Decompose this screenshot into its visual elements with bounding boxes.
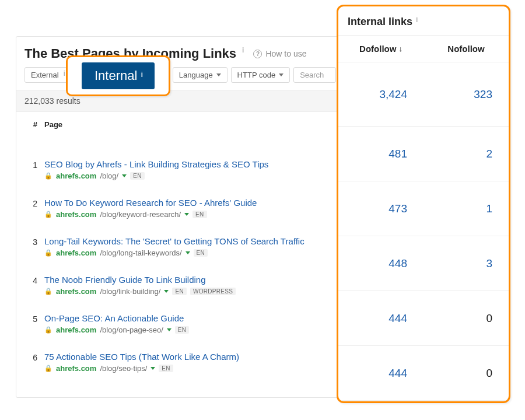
chevron-down-icon[interactable] — [150, 367, 155, 370]
page-domain[interactable]: ahrefs.com — [56, 210, 96, 219]
column-header-dofollow[interactable]: Dofollow ↓ — [338, 36, 424, 62]
page-path[interactable]: /blog/seo-tips/ — [100, 364, 147, 373]
main-report-panel: The Best Pages by Incoming Links i ? How… — [16, 36, 345, 398]
page-title-link[interactable]: On-Page SEO: An Actionable Guide — [44, 313, 184, 323]
dofollow-value[interactable]: 448 — [338, 257, 424, 270]
page-cell: How To Do Keyword Research for SEO - Ahr… — [44, 198, 337, 219]
info-icon: i — [64, 69, 65, 78]
info-icon: i — [141, 70, 143, 79]
page-title-link[interactable]: 75 Actionable SEO Tips (That Work Like A… — [44, 352, 239, 362]
page-path[interactable]: /blog/ — [100, 172, 118, 180]
page-path[interactable]: /blog/link-building/ — [100, 287, 160, 296]
search-input[interactable]: Search — [293, 67, 336, 83]
lock-icon: 🔒 — [44, 365, 52, 372]
page-path[interactable]: /blog/on-page-seo/ — [100, 326, 163, 334]
tag-badge: EN — [192, 211, 207, 218]
column-header-index[interactable]: # — [24, 120, 44, 129]
nofollow-value[interactable]: 1 — [424, 202, 509, 215]
chevron-down-icon[interactable] — [122, 174, 127, 177]
column-header-nofollow[interactable]: Nofollow — [424, 36, 509, 62]
tag-badge: EN — [194, 249, 208, 257]
row-index: 1 — [24, 159, 44, 180]
page-url-line: 🔒ahrefs.com/blog/long-tail-keywords/EN — [44, 249, 337, 257]
lock-icon: 🔒 — [44, 249, 52, 257]
row-index: 5 — [24, 313, 44, 334]
page-domain[interactable]: ahrefs.com — [56, 249, 96, 257]
chevron-down-icon[interactable] — [186, 251, 190, 254]
tag-badge: EN — [159, 365, 173, 372]
page-cell: SEO Blog by Ahrefs - Link Building Strat… — [44, 159, 337, 180]
lock-icon: 🔒 — [44, 172, 52, 180]
table-row: 5On-Page SEO: An Actionable Guide🔒ahrefs… — [24, 305, 337, 344]
question-icon: ? — [253, 50, 262, 58]
chevron-down-icon[interactable] — [184, 213, 189, 216]
table-row: 4The Noob Friendly Guide To Link Buildin… — [24, 267, 337, 305]
chevron-down-icon[interactable] — [164, 290, 169, 293]
page-path[interactable]: /blog/long-tail-keywords/ — [100, 249, 181, 257]
how-to-use-label: How to use — [265, 49, 306, 58]
page-url-line: 🔒ahrefs.com/blog/EN — [44, 172, 337, 180]
page-domain[interactable]: ahrefs.com — [56, 172, 96, 180]
dofollow-value[interactable]: 444 — [338, 312, 424, 325]
page-title-link[interactable]: The Noob Friendly Guide To Link Building — [44, 275, 206, 285]
nofollow-value[interactable]: 323 — [424, 88, 509, 101]
filter-http-code-label: HTTP code — [237, 71, 276, 79]
internal-filter-callout: Internal i — [66, 55, 170, 96]
table-row: 2How To Do Keyword Research for SEO - Ah… — [24, 190, 337, 228]
row-index: 4 — [24, 275, 44, 296]
row-index: 3 — [24, 236, 44, 257]
dofollow-value[interactable]: 473 — [338, 202, 424, 215]
filter-http-code[interactable]: HTTP code — [231, 67, 290, 83]
page-domain[interactable]: ahrefs.com — [56, 287, 96, 296]
tag-badge: EN — [175, 326, 190, 334]
lock-icon: 🔒 — [44, 288, 52, 295]
page-title-link[interactable]: SEO Blog by Ahrefs - Link Building Strat… — [44, 159, 268, 169]
page-url-line: 🔒ahrefs.com/blog/link-building/ENWORDPRE… — [44, 287, 337, 296]
page-path[interactable]: /blog/keyword-research/ — [100, 210, 181, 219]
page-url-line: 🔒ahrefs.com/blog/on-page-seo/EN — [44, 326, 337, 334]
row-index: 6 — [24, 352, 44, 373]
results-count: 212,033 results — [16, 90, 345, 112]
table-row: 3Long-Tail Keywords: The 'Secret' to Get… — [24, 228, 337, 267]
nofollow-value[interactable]: 3 — [424, 257, 509, 270]
internal-links-row: 4440 — [338, 291, 509, 346]
dofollow-value[interactable]: 444 — [338, 367, 424, 380]
page-cell: The Noob Friendly Guide To Link Building… — [44, 275, 337, 296]
how-to-use-link[interactable]: ? How to use — [253, 49, 306, 58]
page-url-line: 🔒ahrefs.com/blog/keyword-research/EN — [44, 210, 337, 219]
info-icon[interactable]: i — [242, 46, 244, 54]
filter-internal-label: Internal — [94, 68, 137, 83]
filter-language[interactable]: Language — [173, 67, 228, 83]
page-title-link[interactable]: How To Do Keyword Research for SEO - Ahr… — [44, 198, 257, 208]
internal-links-row: 4483 — [338, 236, 509, 291]
page-cell: On-Page SEO: An Actionable Guide🔒ahrefs.… — [44, 313, 337, 334]
chevron-down-icon[interactable] — [167, 328, 172, 331]
lock-icon: 🔒 — [44, 326, 52, 334]
table-row: 1SEO Blog by Ahrefs - Link Building Stra… — [24, 151, 337, 190]
chevron-down-icon — [279, 74, 284, 76]
row-index: 2 — [24, 198, 44, 219]
dofollow-value[interactable]: 481 — [338, 148, 424, 160]
page-cell: 75 Actionable SEO Tips (That Work Like A… — [44, 352, 337, 373]
page-title-link[interactable]: Long-Tail Keywords: The 'Secret' to Gett… — [44, 236, 304, 246]
page-domain[interactable]: ahrefs.com — [56, 364, 96, 373]
column-header-dofollow-label: Dofollow — [359, 44, 396, 54]
sort-desc-icon: ↓ — [398, 44, 402, 53]
column-header-page[interactable]: Page — [44, 120, 337, 129]
internal-links-row: 3,424323 — [338, 62, 509, 127]
page-cell: Long-Tail Keywords: The 'Secret' to Gett… — [44, 236, 337, 257]
filter-internal-button[interactable]: Internal i — [82, 62, 155, 89]
info-icon[interactable]: i — [416, 16, 418, 24]
internal-links-row: 4731 — [338, 181, 509, 236]
chevron-down-icon — [216, 74, 221, 76]
filter-external[interactable]: External i — [24, 67, 72, 83]
nofollow-value[interactable]: 2 — [424, 148, 509, 160]
filter-language-label: Language — [179, 71, 213, 79]
page-domain[interactable]: ahrefs.com — [56, 326, 96, 334]
column-header-nofollow-label: Nofollow — [447, 44, 484, 54]
filter-external-label: External — [31, 71, 59, 79]
nofollow-value: 0 — [424, 367, 509, 380]
tag-badge: WORDPRESS — [190, 288, 236, 295]
dofollow-value[interactable]: 3,424 — [338, 88, 424, 101]
nofollow-value: 0 — [424, 312, 509, 325]
